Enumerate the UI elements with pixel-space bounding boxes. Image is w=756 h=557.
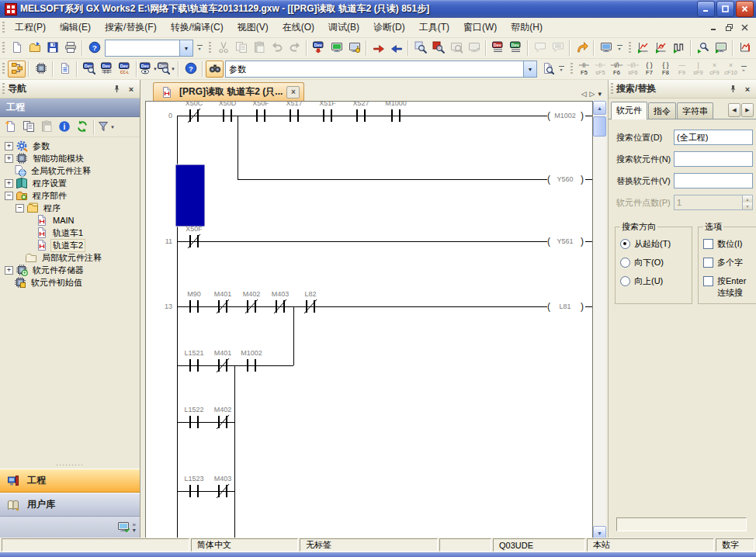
direction-option-1[interactable]: 向下(O) [620,254,687,273]
tree-item-0[interactable]: +参数 [0,140,140,152]
timing-chart-button[interactable] [670,40,688,57]
navigation-close-icon[interactable]: × [125,83,137,95]
tree-item-8[interactable]: 轨道车2 [0,239,140,251]
tree-item-4[interactable]: −程序部件 [0,189,140,202]
search-tab-1[interactable]: 指令 [648,102,676,119]
search-field-input[interactable]: 1 [674,195,743,210]
search-close-icon[interactable]: × [741,83,754,95]
tab-close-icon[interactable]: × [286,86,300,99]
search-option-1[interactable]: 多个字 [703,254,756,273]
toolbar-overflow-button[interactable]: ▾ [615,40,624,57]
tree-item-7[interactable]: 轨道车1 [0,227,140,239]
tree-item-2[interactable]: 全局软元件注释 [0,164,140,177]
checkbox-icon[interactable] [703,258,713,268]
ladder-symbol-sF5-button[interactable]: ⊣⊢sF5 [592,61,609,78]
mdi-close-button[interactable] [738,22,751,33]
checkbox-icon[interactable] [703,239,713,249]
minimize-button[interactable] [697,1,715,17]
search-option-2[interactable]: 按Enter 连续搜 [703,273,756,299]
tree-item-9[interactable]: 局部软元件注释 [0,251,140,264]
panel-grip[interactable] [2,83,5,95]
search-field-input[interactable]: (全工程) [674,130,753,145]
tab-scroll-right-icon[interactable]: ▷ [590,90,595,98]
tree-expander[interactable]: + [5,142,13,150]
menu-item-6[interactable]: 调试(B) [321,18,366,37]
toolbar-overflow-button[interactable]: » [739,61,748,78]
device-test-button[interactable] [694,40,712,57]
ladder-symbol-F7-button[interactable]: ( )F7 [641,61,657,78]
radio-icon[interactable] [620,258,630,268]
sampling-trace-button[interactable] [712,40,730,57]
open-project-button[interactable] [26,40,43,57]
scrollbar-track[interactable] [593,137,606,526]
toolbar-grip[interactable] [629,42,631,54]
scrollbar-thumb[interactable] [593,116,606,137]
tree-item-5[interactable]: −程序 [0,202,140,214]
tree-item-10[interactable]: +软元件存储器 [0,264,140,276]
find-zoom-button[interactable] [411,40,429,57]
combo-arrow-icon[interactable]: ▼ [179,40,192,56]
jump-button[interactable] [573,40,591,57]
entry-monitor-button[interactable] [652,40,670,57]
device-search-button[interactable]: Dev▼ [158,61,175,78]
mdi-restore-button[interactable] [723,22,736,33]
copy-button[interactable] [232,40,250,57]
toolbar-grip[interactable] [209,42,211,54]
ladder-monitor-button[interactable] [634,40,652,57]
scroll-up-icon[interactable]: ▲ [593,101,606,115]
find-replace-button[interactable] [206,61,224,78]
menubar-grip[interactable] [2,22,5,34]
page-find-button[interactable] [539,61,557,78]
ladder-symbol-F6-button[interactable]: ⊣/⊢F6 [609,61,625,78]
statement-button[interactable] [549,40,567,57]
device-list-green-button[interactable]: Dev [507,40,525,57]
key-setting-button[interactable] [345,40,363,57]
device-list-red-button[interactable]: Dev [489,40,507,57]
menu-item-5[interactable]: 在线(O) [276,18,321,37]
footer-overflow-button[interactable]: »▾ [133,522,136,533]
menu-item-10[interactable]: 帮助(H) [504,18,550,37]
transfer-write-button[interactable] [387,40,405,57]
help-button[interactable]: ? [85,40,103,57]
connection-monitor-icon[interactable] [117,521,130,535]
save-project-button[interactable] [43,40,61,57]
tab-next-icon[interactable]: ▶ [741,103,754,117]
nav-sort-button[interactable]: ▼ [97,119,115,136]
ladder-canvas[interactable]: ()M1002()Y560()Y561()L81X50CX50DX50FX517… [145,101,593,540]
tree-expander[interactable]: − [16,204,24,213]
undo-button[interactable] [268,40,286,57]
ladder-symbol-F5-button[interactable]: ⊣⊢F5 [576,61,592,78]
nav-new-button[interactable] [2,119,19,136]
menu-item-0[interactable]: 工程(P) [8,18,53,37]
ladder-symbol-sF9-button[interactable]: |sF9 [690,61,706,78]
toolbar-combo[interactable]: ▼ [105,40,193,57]
combo-arrow-icon[interactable]: ▼ [523,61,536,77]
checkbox-icon[interactable] [703,276,713,286]
direction-option-0[interactable]: 从起始(T) [620,236,687,254]
tree-item-1[interactable]: +智能功能模块 [0,152,140,164]
search-tab-2[interactable]: 字符串 [677,102,713,119]
direction-option-2[interactable]: 向上(U) [620,273,687,292]
mdi-minimize-button[interactable] [707,22,720,33]
tree-item-3[interactable]: +程序设置 [0,177,140,189]
ladder-symbol-cF9-button[interactable]: ×cF9 [706,61,723,78]
toolbar-overflow-button[interactable]: ▾ [557,61,566,78]
paste-button[interactable] [250,40,268,57]
cut-button[interactable] [214,40,232,57]
help-button[interactable]: ? [182,61,199,78]
radio-icon[interactable] [620,239,630,249]
tab-scroll-left-icon[interactable]: ◁ [581,90,587,98]
device-comment-button[interactable] [531,40,549,57]
ladder-symbol-sF6-button[interactable]: ⊣/⊢sF6 [625,61,641,78]
cross-ref-1-button[interactable] [447,40,465,57]
document-tab[interactable]: [PRG]读取 轨道车2 (只... × [153,82,304,101]
tree-expander[interactable]: − [5,192,13,200]
toolbar-overflow-button[interactable]: ▾ [195,40,204,57]
maximize-button[interactable] [716,1,734,17]
nav-paste-button[interactable] [37,119,55,136]
tree-expander[interactable]: + [5,179,13,188]
transfer-read-button[interactable] [369,40,387,57]
tree-item-6[interactable]: MAIN [0,214,140,227]
menu-item-3[interactable]: 转换/编译(C) [164,18,231,37]
toolbar-grip[interactable] [2,63,5,75]
